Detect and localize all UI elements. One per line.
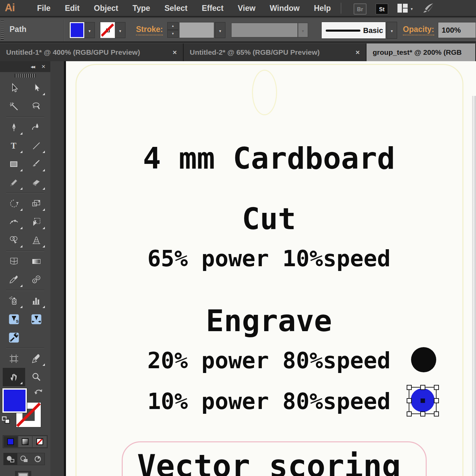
tab-group-test[interactable]: group_test* @ 200% (RGB — [367, 44, 476, 61]
mesh-tool[interactable] — [3, 252, 25, 271]
artboard-tool[interactable] — [3, 350, 25, 368]
menu-effect[interactable]: Effect — [194, 0, 231, 17]
rectangle-tool[interactable] — [3, 155, 25, 173]
laser-type-s-tool[interactable]: S — [3, 310, 25, 328]
brush-definition-field[interactable]: Basic — [321, 22, 386, 39]
draw-behind-button[interactable] — [17, 453, 31, 465]
text-cut-settings[interactable]: 65% power 10%speed — [147, 245, 390, 272]
rotate-tool[interactable] — [3, 194, 25, 213]
stroke-color-swatch[interactable] — [100, 22, 115, 38]
selection-handle-sw[interactable] — [407, 411, 412, 417]
opacity-field[interactable]: 100% — [438, 22, 476, 38]
selection-handle-e[interactable] — [434, 398, 439, 403]
menu-file[interactable]: File — [30, 0, 58, 17]
text-material[interactable]: 4 mm Cardboard — [143, 141, 395, 176]
direct-selection-tool[interactable] — [25, 79, 48, 97]
text-vector-scoring-heading[interactable]: Vector scoring — [137, 448, 401, 476]
blend-tool[interactable] — [25, 271, 48, 289]
selection-handle-s[interactable] — [420, 411, 425, 417]
close-panel-icon[interactable]: ✕ — [41, 64, 46, 70]
paintbrush-tool[interactable] — [25, 155, 48, 173]
opacity-label[interactable]: Opacity: — [403, 25, 434, 35]
color-mode-gradient-button[interactable] — [18, 436, 32, 447]
black-circle-shape[interactable] — [411, 347, 436, 372]
tab-close-icon[interactable]: × — [356, 48, 360, 56]
color-mode-none-button[interactable] — [33, 436, 47, 447]
tab-untitled-2[interactable]: Untitled-2* @ 65% (RGB/GPU Preview) × — [184, 44, 367, 61]
hand-tool[interactable] — [3, 368, 25, 386]
free-transform-tool[interactable] — [25, 213, 48, 231]
panel-grip[interactable] — [1, 21, 4, 40]
stroke-color-dropdown[interactable]: ▼ — [115, 22, 125, 38]
slice-tool[interactable] — [25, 350, 48, 368]
text-cut-heading[interactable]: Cut — [242, 201, 296, 236]
selection-handle-n[interactable] — [420, 385, 425, 390]
perspective-grid-tool[interactable] — [25, 231, 48, 250]
scale-tool[interactable] — [25, 194, 48, 213]
laser-move-tool[interactable] — [25, 310, 48, 328]
default-fill-stroke-icon[interactable] — [2, 416, 11, 426]
zoom-tool[interactable] — [25, 368, 48, 386]
workspace-switcher[interactable]: ▼ — [397, 3, 413, 14]
curvature-tool[interactable] — [25, 118, 48, 137]
color-mode-fill-button[interactable] — [4, 436, 18, 447]
shape-builder-tool[interactable] — [3, 231, 25, 250]
selection-center-anchor[interactable] — [421, 398, 425, 403]
app-logo[interactable]: Ai — [5, 2, 15, 14]
menu-select[interactable]: Select — [157, 0, 195, 17]
selection-tool[interactable] — [3, 79, 25, 97]
swap-fill-stroke-icon[interactable] — [33, 388, 44, 398]
gpu-performance-rocket-icon[interactable] — [422, 3, 435, 15]
text-engrave-settings-2[interactable]: 10% power 80%speed — [147, 388, 390, 414]
text-engrave-heading[interactable]: Engrave — [206, 303, 332, 338]
menu-window[interactable]: Window — [262, 0, 307, 17]
text-engrave-settings-1[interactable]: 20% power 80%speed — [147, 347, 390, 374]
yellow-outline-ellipse[interactable] — [252, 70, 277, 115]
stroke-weight-dropdown[interactable]: ▼ — [215, 22, 225, 38]
magic-wand-tool[interactable] — [3, 97, 25, 116]
menu-view[interactable]: View — [231, 0, 262, 17]
width-tool[interactable] — [3, 213, 25, 231]
draw-inside-button[interactable] — [31, 453, 45, 465]
stepper-up-button[interactable]: ▲ — [167, 22, 178, 30]
tab-untitled-1[interactable]: Untitled-1* @ 400% (RGB/GPU Preview) × — [0, 44, 184, 61]
menu-help[interactable]: Help — [307, 0, 338, 17]
gradient-tool[interactable] — [25, 252, 48, 271]
menu-edit[interactable]: Edit — [58, 0, 87, 17]
stock-button[interactable]: St — [375, 3, 388, 15]
fill-color-swatch[interactable] — [70, 22, 84, 38]
selection-handle-w[interactable] — [407, 398, 412, 403]
fill-color-dropdown[interactable]: ▼ — [84, 22, 95, 38]
draw-normal-button[interactable] — [4, 453, 17, 465]
type-tool[interactable]: T — [3, 137, 25, 155]
selection-handle-ne[interactable] — [434, 385, 439, 390]
screen-mode-button[interactable] — [15, 471, 31, 476]
column-graph-tool[interactable] — [25, 292, 48, 310]
tab-close-icon[interactable]: × — [173, 48, 177, 56]
stroke-label[interactable]: Stroke: — [136, 25, 163, 35]
selection-bounding-box[interactable] — [409, 387, 437, 414]
symbol-sprayer-tool[interactable] — [3, 292, 25, 310]
laser-settings-tool[interactable] — [3, 328, 25, 347]
eraser-tool[interactable] — [25, 173, 48, 192]
pen-tool[interactable] — [3, 118, 25, 137]
brush-definition-dropdown[interactable]: ▼ — [387, 22, 397, 39]
menu-object[interactable]: Object — [87, 0, 125, 17]
eyedropper-tool[interactable] — [3, 271, 25, 289]
pencil-tool[interactable] — [3, 173, 25, 192]
bridge-button[interactable]: Br — [354, 3, 367, 15]
lasso-tool[interactable] — [25, 97, 48, 116]
vertical-scrollbar[interactable] — [472, 96, 476, 476]
fill-swatch[interactable] — [2, 388, 27, 413]
selection-handle-se[interactable] — [434, 411, 439, 417]
menu-type[interactable]: Type — [125, 0, 157, 17]
stepper-down-button[interactable]: ▼ — [167, 30, 178, 38]
stroke-weight-field[interactable] — [179, 22, 214, 38]
line-segment-tool[interactable] — [25, 137, 48, 155]
variable-width-profile-field[interactable] — [231, 23, 298, 37]
selection-handle-nw[interactable] — [407, 385, 412, 390]
collapse-panel-icon[interactable]: ◀◀ — [31, 65, 34, 69]
tools-panel-grip[interactable] — [0, 72, 50, 79]
variable-width-profile-dropdown[interactable]: ▼ — [298, 23, 308, 37]
artboard-canvas[interactable]: 4 mm Cardboard Cut 65% power 10%speed En… — [66, 61, 476, 476]
